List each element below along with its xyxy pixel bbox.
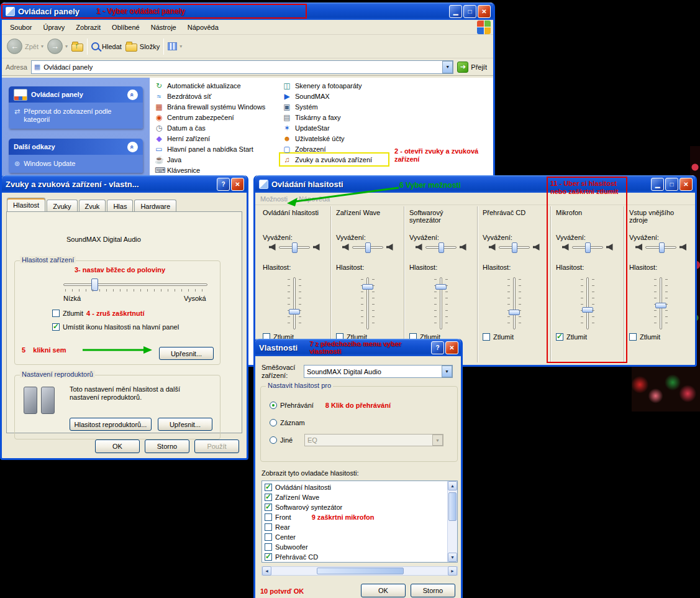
scrollbar-thumb[interactable] [448, 492, 457, 521]
balance-slider[interactable] [499, 246, 530, 249]
cancel-button[interactable]: Storno [411, 584, 455, 597]
tab-hlasitost[interactable]: Hlasitost [7, 198, 45, 212]
tab-zvuk[interactable]: Zvuk [79, 200, 106, 212]
cp-item-java[interactable]: ☕Java [155, 155, 282, 165]
list-item-ovladani-hlasitosti[interactable]: Ovládání hlasitosti [262, 482, 457, 492]
volume-thumb[interactable] [289, 309, 300, 315]
mute-checkbox[interactable] [556, 333, 563, 341]
balance-slider[interactable] [279, 246, 310, 249]
menu-nastroje[interactable]: Nástroje [145, 22, 182, 33]
cp-item-soundmax[interactable]: ▶SoundMAX [283, 91, 410, 101]
balance-thumb[interactable] [365, 242, 371, 253]
control-panel-titlebar[interactable]: Ovládací panely 1 - Vyber ovládací panel… [2, 2, 493, 20]
menu-napoveda[interactable]: Nápověda [182, 22, 224, 33]
maximize-button[interactable]: □ [463, 5, 476, 18]
mute-checkbox[interactable] [52, 310, 60, 317]
forward-button[interactable]: → ▾ [47, 39, 68, 54]
volume-slider[interactable] [366, 277, 369, 329]
list-item-zarizeni-wave[interactable]: Zařízení Wave [262, 492, 457, 502]
balance-thumb[interactable] [659, 242, 665, 253]
balance-slider[interactable] [425, 246, 457, 249]
list-item-center[interactable]: Center [262, 532, 457, 542]
mute-checkbox[interactable] [629, 333, 637, 341]
back-button[interactable]: ← Zpět ▾ [7, 39, 43, 54]
tab-zvuky[interactable]: Zvuky [47, 200, 77, 212]
mixer-device-dropdown[interactable]: SoundMAX Digital Audio ▼ [304, 365, 453, 378]
mute-checkbox[interactable] [483, 333, 490, 341]
close-button[interactable]: ✕ [231, 178, 244, 191]
task-panel-header[interactable]: Další odkazy « [9, 139, 143, 155]
volume-slider[interactable] [660, 277, 662, 329]
minimize-button[interactable]: ▁ [651, 178, 664, 191]
volume-slider[interactable] [586, 277, 589, 329]
cp-item-updatestar[interactable]: ✶UpdateStar [283, 123, 410, 133]
search-button[interactable]: Hledat [91, 42, 122, 50]
tray-icon-checkbox[interactable] [52, 323, 60, 331]
volume-slider[interactable] [293, 277, 296, 329]
balance-thumb[interactable] [439, 242, 444, 253]
volume-thumb[interactable] [509, 310, 520, 315]
tab-hardware[interactable]: Hardware [134, 200, 176, 212]
close-button[interactable]: ✕ [680, 178, 693, 191]
cp-item-hlavni-panel[interactable]: ▭Hlavní panel a nabídka Start [155, 144, 282, 154]
sounds-titlebar[interactable]: Zvuky a zvuková zařízení - vlastn... ? ✕ [2, 175, 247, 193]
item-checkbox[interactable] [265, 513, 272, 521]
radio-playback[interactable] [270, 402, 277, 409]
close-button[interactable]: ✕ [445, 341, 458, 354]
scroll-up-icon[interactable]: ▲ [448, 481, 457, 490]
balance-slider[interactable] [572, 246, 603, 249]
balance-slider[interactable] [645, 246, 676, 249]
task-panel-header[interactable]: Ovládací panely « [9, 86, 143, 103]
item-checkbox[interactable] [265, 494, 272, 501]
help-button[interactable]: ? [431, 341, 444, 354]
apply-button[interactable]: Použít [194, 439, 239, 453]
list-item-softwarovy-syntezator[interactable]: Softwarový syntezátor [262, 502, 457, 512]
views-button[interactable]: ▾ [168, 42, 182, 50]
balance-slider[interactable] [352, 246, 383, 249]
horizontal-scrollbar[interactable]: ◄ ► [261, 566, 458, 576]
volume-thumb[interactable] [362, 284, 373, 290]
item-checkbox[interactable] [265, 553, 272, 561]
cp-item-system[interactable]: ▣Systém [283, 102, 410, 112]
cp-item-herni-zarizeni[interactable]: ◆Herní zařízení [155, 134, 282, 144]
volume-controls-list[interactable]: Ovládání hlasitosti Zařízení Wave Softwa… [261, 481, 458, 563]
cp-item-centrum-zabezpeceni[interactable]: ◉Centrum zabezpečení [155, 113, 282, 122]
list-item-rear[interactable]: Rear [262, 522, 457, 532]
cp-item-tiskarny[interactable]: ▤Tiskárny a faxy [283, 113, 410, 122]
minimize-button[interactable]: ▁ [449, 5, 462, 18]
collapse-chevron-icon[interactable]: « [127, 142, 138, 152]
cp-item-firewall[interactable]: ▦Brána firewall systému Windows [155, 102, 282, 112]
cp-item-bezdratova-sit[interactable]: ≈Bezdrátová síť [155, 91, 282, 101]
item-checkbox[interactable] [265, 504, 272, 511]
scroll-down-icon[interactable]: ▼ [448, 553, 457, 562]
go-button[interactable]: ➜ Přejít [457, 62, 489, 73]
dropdown-arrow-icon[interactable]: ▼ [442, 366, 452, 377]
advanced-button[interactable]: Upřesnit... [159, 347, 214, 360]
address-input[interactable]: ▦ Ovládací panely ▼ [31, 60, 453, 74]
speaker-volume-button[interactable]: Hlasitost reproduktorů... [70, 418, 152, 431]
volume-slider[interactable] [440, 277, 442, 329]
cp-item-automaticke-aktualizace[interactable]: ↻Automatické aktualizace [155, 81, 282, 91]
balance-thumb[interactable] [512, 242, 517, 253]
device-volume-slider[interactable] [63, 283, 207, 286]
scrollbar-thumb[interactable] [317, 568, 404, 574]
ok-button[interactable]: OK [361, 584, 406, 597]
properties-titlebar[interactable]: Vlastnosti 7 z předchozího menu vyber vl… [255, 339, 461, 356]
list-item-prehravac-cd[interactable]: Přehrávač CD [262, 552, 457, 562]
menu-soubor[interactable]: Soubor [4, 22, 37, 33]
item-checkbox[interactable] [265, 543, 272, 551]
menu-upravy[interactable]: Úpravy [37, 22, 70, 33]
folders-button[interactable]: Složky [125, 41, 160, 52]
volume-thumb[interactable] [655, 303, 666, 308]
speaker-advanced-button[interactable]: Upřesnit... [158, 418, 212, 431]
scroll-left-icon[interactable]: ◄ [262, 566, 271, 576]
item-checkbox[interactable] [265, 484, 272, 491]
balance-thumb[interactable] [585, 242, 591, 253]
collapse-chevron-icon[interactable]: « [127, 90, 138, 100]
cp-item-datum-a-cas[interactable]: ◷Datum a čas [155, 123, 282, 133]
menu-oblibene[interactable]: Oblíbené [106, 22, 145, 33]
cp-item-zvuky[interactable]: ♫Zvuky a zvuková zařízení [283, 155, 410, 165]
balance-thumb[interactable] [292, 242, 298, 253]
volume-thumb[interactable] [582, 307, 593, 313]
list-item-subwoofer[interactable]: Subwoofer [262, 542, 457, 552]
